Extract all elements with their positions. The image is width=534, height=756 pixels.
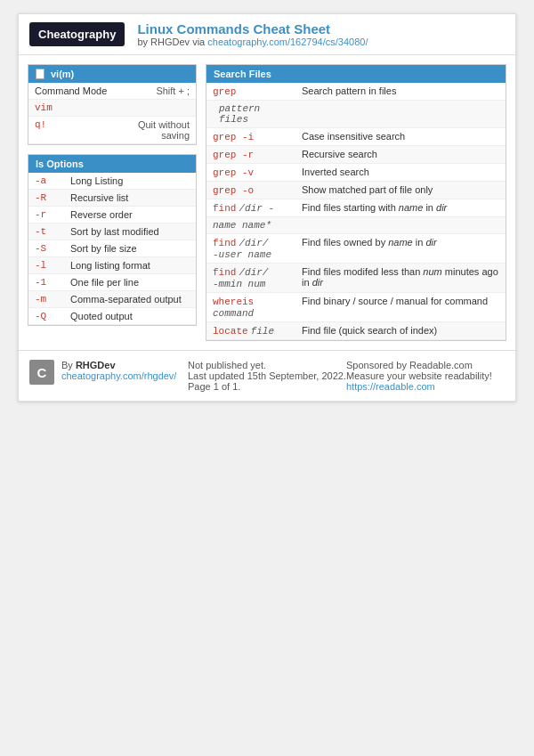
header-subtitle: by RHGDev via cheatography.com/162794/cs… <box>137 37 368 47</box>
author-by-label: By <box>61 360 73 370</box>
ls-table: -a Long Listing -R Recursive list -r Rev… <box>28 173 196 325</box>
table-row: find /dir/-mmin num Find files modifed l… <box>206 264 506 293</box>
ls-desc: One file per line <box>64 274 196 291</box>
table-row: locate file Find file (quick search of i… <box>206 322 506 340</box>
vim-cmd: Command Mode <box>28 83 113 100</box>
left-column: vi(m) Command Mode Shift + ; vim q! Quit… <box>28 64 197 341</box>
search-desc: Find binary / source / manual for comman… <box>295 293 506 322</box>
search-cmd: grep -i <box>206 128 295 146</box>
search-cmd: whereiscommand <box>206 293 295 322</box>
ls-desc: Sort by last modified <box>64 224 196 240</box>
table-row: -a Long Listing <box>28 173 196 190</box>
search-section-header: Search Files <box>206 65 506 83</box>
vim-section-header: vi(m) <box>28 65 196 83</box>
sponsor-link[interactable]: https://readable.com <box>346 381 435 392</box>
header-text: Linux Commands Cheat Sheet by RHGDev via… <box>137 21 368 47</box>
main-content: vi(m) Command Mode Shift + ; vim q! Quit… <box>19 55 515 350</box>
subtitle-by: by RHGDev via <box>137 37 205 47</box>
author-link[interactable]: cheatography.com/rhgdev/ <box>61 370 176 381</box>
search-cmd: find /dir - <box>206 199 295 217</box>
ls-flag: -R <box>28 190 64 207</box>
table-row: q! Quit without saving <box>28 117 196 144</box>
search-desc: Search pattern in files <box>295 83 506 101</box>
table-row: grep Search pattern in files <box>206 83 506 101</box>
table-row: -R Recursive list <box>28 190 196 207</box>
search-desc: Find files starting with name in dir <box>295 199 506 217</box>
footer-sponsor: Sponsored by Readable.com Measure your w… <box>346 360 505 392</box>
table-row: vim <box>28 100 196 117</box>
search-desc: Find files owned by name in dir <box>295 234 506 264</box>
ls-section-header: ls Options <box>28 155 196 173</box>
sponsor-line2: Measure your website readability! <box>346 370 505 381</box>
table-row: Command Mode Shift + ; <box>28 83 196 100</box>
ls-flag: -a <box>28 173 64 190</box>
vim-val: Quit without saving <box>113 117 196 144</box>
table-row: -m Comma-separated output <box>28 291 196 308</box>
search-cmd: locate file <box>206 322 295 340</box>
table-row: -S Sort by file size <box>28 240 196 257</box>
vim-section: vi(m) Command Mode Shift + ; vim q! Quit… <box>28 64 197 145</box>
table-row: whereiscommand Find binary / source / ma… <box>206 293 506 322</box>
search-cmd: find /dir/-user name <box>206 234 295 264</box>
vim-section-title: vi(m) <box>51 69 74 79</box>
vim-val: Shift + ; <box>113 83 196 100</box>
search-desc: Find files modifed less than num minutes… <box>295 264 506 293</box>
search-section: Search Files grep Search pattern in file… <box>206 64 506 341</box>
footer-middle-line2: Last updated 15th September, 2022. <box>188 370 346 381</box>
table-row: grep -o Show matched part of file only <box>206 182 506 199</box>
author-name-line: By RHGDev <box>61 360 176 370</box>
table-row: find /dir - Find files starting with nam… <box>206 199 506 217</box>
author-name: RHGDev <box>76 360 116 370</box>
ls-desc: Long Listing <box>64 173 196 190</box>
search-cmd: grep -o <box>206 182 295 199</box>
footer-middle: Not published yet. Last updated 15th Sep… <box>188 360 346 392</box>
subtitle-link[interactable]: cheatography.com/162794/cs/34080/ <box>207 37 368 47</box>
footer-middle-line3: Page 1 of 1. <box>188 381 346 392</box>
search-desc <box>295 217 506 234</box>
table-row: grep -r Recursive search <box>206 146 506 164</box>
vim-cmd: q! <box>28 117 113 144</box>
vim-table: Command Mode Shift + ; vim q! Quit witho… <box>28 83 196 144</box>
ls-flag: -m <box>28 291 64 308</box>
sponsor-line1: Sponsored by Readable.com <box>346 360 505 370</box>
search-cmd: grep -r <box>206 146 295 164</box>
ls-flag: -S <box>28 240 64 257</box>
search-section-title: Search Files <box>214 69 271 79</box>
vim-val <box>113 100 196 117</box>
header: Cheatography Linux Commands Cheat Sheet … <box>19 14 515 55</box>
author-info: By RHGDev cheatography.com/rhgdev/ <box>61 360 176 381</box>
search-desc: Find file (quick search of index) <box>295 322 506 340</box>
table-row: -l Long listing format <box>28 257 196 274</box>
page: Cheatography Linux Commands Cheat Sheet … <box>18 13 516 402</box>
ls-desc: Long listing format <box>64 257 196 274</box>
table-row: -t Sort by last modified <box>28 224 196 240</box>
ls-desc: Sort by file size <box>64 240 196 257</box>
table-row: -r Reverse order <box>28 207 196 224</box>
ls-desc: Comma-separated output <box>64 291 196 308</box>
search-desc: Inverted search <box>295 164 506 182</box>
footer: C By RHGDev cheatography.com/rhgdev/ Not… <box>19 350 515 401</box>
search-desc: Case insensitive search <box>295 128 506 146</box>
ls-section: ls Options -a Long Listing -R Recursive … <box>28 154 197 326</box>
file-icon <box>36 69 44 79</box>
search-cmd: find /dir/-mmin num <box>206 264 295 293</box>
search-cmd: grep -v <box>206 164 295 182</box>
table-row: -Q Quoted output <box>28 308 196 325</box>
search-cmd: patternfiles <box>206 101 506 128</box>
ls-flag: -r <box>28 207 64 224</box>
avatar: C <box>29 360 54 385</box>
logo: Cheatography <box>29 22 125 46</box>
table-row: patternfiles <box>206 101 506 128</box>
footer-middle-line1: Not published yet. <box>188 360 346 370</box>
table-row: grep -v Inverted search <box>206 164 506 182</box>
search-table: grep Search pattern in files patternfile… <box>206 83 506 340</box>
table-row: -1 One file per line <box>28 274 196 291</box>
footer-author: C By RHGDev cheatography.com/rhgdev/ <box>29 360 188 392</box>
search-cmd: name name* <box>206 217 295 234</box>
page-title: Linux Commands Cheat Sheet <box>137 21 368 37</box>
table-row: grep -i Case insensitive search <box>206 128 506 146</box>
ls-desc: Recursive list <box>64 190 196 207</box>
ls-flag: -1 <box>28 274 64 291</box>
search-desc: Show matched part of file only <box>295 182 506 199</box>
table-row: name name* <box>206 217 506 234</box>
